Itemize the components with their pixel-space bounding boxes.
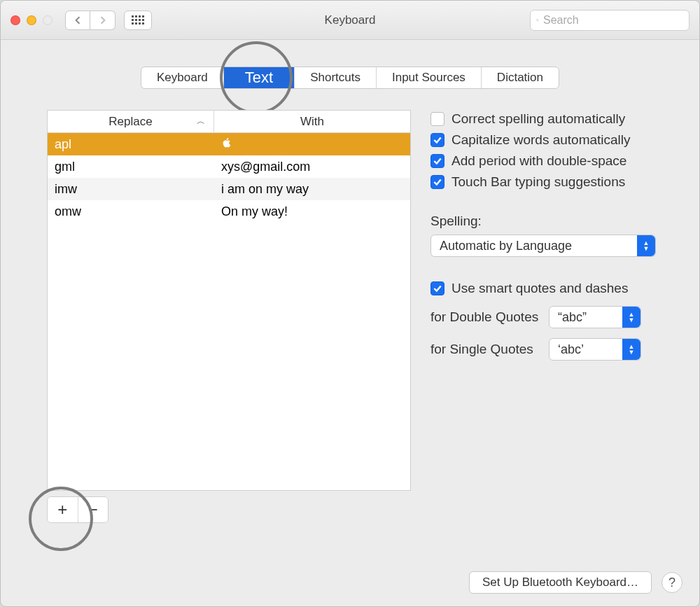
double-quotes-label: for Double Quotes	[430, 309, 539, 325]
search-input[interactable]	[543, 14, 683, 27]
smart-quotes-row[interactable]: Use smart quotes and dashes	[430, 281, 678, 296]
single-quotes-select[interactable]: ‘abc’ ▲▼	[549, 338, 641, 361]
select-arrows-icon: ▲▼	[622, 339, 640, 360]
table-row[interactable]: omw On my way!	[48, 200, 410, 223]
single-quotes-label: for Single Quotes	[430, 342, 539, 357]
touchbar-row[interactable]: Touch Bar typing suggestions	[430, 174, 678, 190]
nav-buttons	[65, 11, 115, 30]
chevron-right-icon	[99, 16, 107, 25]
traffic-lights	[10, 15, 52, 25]
check-icon	[433, 177, 442, 187]
zoom-window-button[interactable]	[43, 15, 52, 25]
capitalize-label: Capitalize words automatically	[451, 132, 631, 148]
tab-bar: Keyboard Text Shortcuts Input Sources Di…	[1, 67, 699, 89]
correct-spelling-checkbox[interactable]	[430, 112, 444, 126]
replacements-table[interactable]: Replace ︿ With apl gml	[47, 110, 411, 491]
sort-indicator-icon: ︿	[197, 116, 205, 127]
cell-replace: apl	[48, 137, 214, 152]
capitalize-row[interactable]: Capitalize words automatically	[430, 132, 678, 148]
column-replace-label: Replace	[108, 115, 152, 129]
smart-quotes-checkbox[interactable]	[430, 281, 444, 295]
cell-replace: omw	[48, 204, 214, 219]
show-all-button[interactable]	[124, 11, 152, 30]
remove-button[interactable]: −	[78, 497, 108, 522]
cell-with	[214, 137, 410, 152]
cell-replace: imw	[48, 182, 214, 197]
tab-dictation[interactable]: Dictation	[482, 67, 559, 88]
table-row[interactable]: apl	[48, 133, 410, 155]
chevron-left-icon	[74, 16, 82, 25]
correct-spelling-label: Correct spelling automatically	[451, 111, 625, 127]
cell-with: On my way!	[214, 204, 410, 219]
spelling-value: Automatic by Language	[440, 239, 572, 253]
add-remove-group: + −	[47, 496, 108, 523]
check-icon	[433, 135, 442, 145]
check-icon	[433, 284, 442, 293]
select-arrows-icon: ▲▼	[637, 235, 655, 256]
search-icon	[536, 15, 539, 25]
tab-shortcuts[interactable]: Shortcuts	[295, 67, 377, 88]
minimize-window-button[interactable]	[27, 15, 36, 25]
grid-icon	[132, 15, 144, 25]
search-field[interactable]	[530, 10, 690, 31]
double-quotes-value: “abc”	[558, 310, 587, 325]
period-label: Add period with double-space	[451, 153, 626, 169]
table-row[interactable]: gml xys@gmail.com	[48, 155, 410, 178]
help-button[interactable]: ?	[662, 572, 682, 593]
select-arrows-icon: ▲▼	[622, 307, 640, 328]
bluetooth-keyboard-button[interactable]: Set Up Bluetooth Keyboard…	[469, 571, 652, 594]
table-body: apl gml xys@gmail.com imw i am on my way	[48, 133, 410, 490]
cell-with: i am on my way	[214, 182, 410, 197]
period-checkbox[interactable]	[430, 154, 444, 168]
touchbar-checkbox[interactable]	[430, 175, 444, 189]
add-button[interactable]: +	[48, 497, 78, 522]
spelling-label: Spelling:	[430, 214, 678, 229]
column-with-label: With	[300, 115, 324, 129]
check-icon	[433, 156, 442, 166]
tab-input-sources[interactable]: Input Sources	[377, 67, 482, 88]
svg-line-1	[538, 20, 539, 21]
replacements-panel: Replace ︿ With apl gml	[47, 110, 411, 523]
single-quotes-row: for Single Quotes ‘abc’ ▲▼	[430, 338, 678, 361]
cell-replace: gml	[48, 160, 214, 174]
column-with[interactable]: With	[214, 111, 410, 132]
smart-quotes-label: Use smart quotes and dashes	[451, 281, 628, 296]
double-quotes-select[interactable]: “abc” ▲▼	[549, 306, 641, 328]
tab-group: Keyboard Text Shortcuts Input Sources Di…	[141, 67, 559, 89]
column-replace[interactable]: Replace ︿	[48, 111, 214, 132]
tab-text[interactable]: Text	[224, 67, 295, 88]
content-area: Replace ︿ With apl gml	[1, 89, 699, 523]
touchbar-label: Touch Bar typing suggestions	[451, 174, 625, 190]
close-window-button[interactable]	[10, 15, 20, 25]
correct-spelling-row[interactable]: Correct spelling automatically	[430, 111, 678, 127]
cell-with: xys@gmail.com	[214, 160, 410, 174]
period-row[interactable]: Add period with double-space	[430, 153, 678, 169]
bottom-bar: Set Up Bluetooth Keyboard… ?	[469, 571, 682, 594]
back-button[interactable]	[65, 11, 90, 30]
double-quotes-row: for Double Quotes “abc” ▲▼	[430, 306, 678, 328]
forward-button[interactable]	[90, 11, 115, 30]
tab-keyboard[interactable]: Keyboard	[141, 67, 224, 88]
spelling-select[interactable]: Automatic by Language ▲▼	[430, 235, 656, 257]
apple-icon	[221, 137, 232, 148]
titlebar: Keyboard	[1, 1, 699, 40]
svg-point-0	[537, 19, 538, 20]
table-header: Replace ︿ With	[48, 111, 410, 133]
options-panel: Correct spelling automatically Capitaliz…	[430, 110, 678, 523]
preferences-window: Keyboard Keyboard Text Shortcuts Input S…	[0, 0, 700, 607]
table-row[interactable]: imw i am on my way	[48, 178, 410, 200]
single-quotes-value: ‘abc’	[558, 342, 584, 357]
capitalize-checkbox[interactable]	[430, 133, 444, 147]
